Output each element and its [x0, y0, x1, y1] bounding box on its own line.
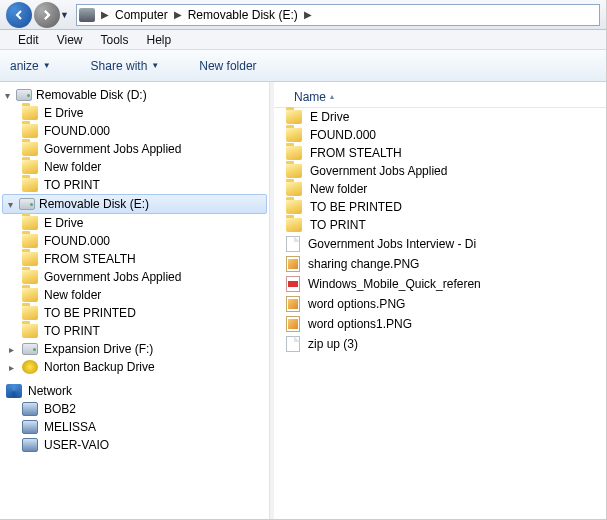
navigation-tree[interactable]: ▾ Removable Disk (D:) E Drive FOUND.000 … — [0, 82, 270, 520]
tree-item[interactable]: E Drive — [0, 104, 269, 122]
forward-button[interactable] — [34, 2, 60, 28]
file-name: Government Jobs Interview - Di — [308, 237, 476, 251]
list-row[interactable]: Windows_Mobile_Quick_referen — [274, 274, 606, 294]
pdf-icon — [286, 276, 300, 292]
list-row[interactable]: word options.PNG — [274, 294, 606, 314]
tree-item[interactable]: FOUND.000 — [0, 122, 269, 140]
collapse-icon[interactable]: ▾ — [2, 90, 12, 101]
chevron-right-icon[interactable]: ▶ — [302, 9, 314, 20]
menu-help[interactable]: Help — [139, 31, 180, 49]
tree-label: Network — [28, 384, 72, 398]
nav-history-dropdown[interactable]: ▼ — [60, 10, 72, 20]
tree-drive-e[interactable]: ▾ Removable Disk (E:) — [2, 194, 267, 214]
back-button[interactable] — [6, 2, 32, 28]
tree-drive-d[interactable]: ▾ Removable Disk (D:) — [0, 86, 269, 104]
menu-view[interactable]: View — [49, 31, 91, 49]
expand-icon[interactable]: ▸ — [6, 362, 16, 373]
sort-asc-icon: ▴ — [330, 92, 334, 101]
tree-label: FOUND.000 — [44, 124, 110, 138]
collapse-icon[interactable]: ▾ — [5, 199, 15, 210]
splitter[interactable] — [270, 82, 274, 520]
folder-icon — [22, 324, 38, 338]
tree-item[interactable]: USER-VAIO — [0, 436, 269, 454]
tree-item[interactable]: New folder — [0, 158, 269, 176]
folder-icon — [22, 106, 38, 120]
file-name: sharing change.PNG — [308, 257, 419, 271]
list-row[interactable]: FOUND.000 — [274, 126, 606, 144]
organize-button[interactable]: anize ▼ — [0, 55, 61, 77]
menu-edit[interactable]: Edit — [10, 31, 47, 49]
tree-item[interactable]: FOUND.000 — [0, 232, 269, 250]
expand-icon[interactable]: ▸ — [6, 344, 16, 355]
list-row[interactable]: E Drive — [274, 108, 606, 126]
tree-label: BOB2 — [44, 402, 76, 416]
png-icon — [286, 296, 300, 312]
folder-icon — [22, 178, 38, 192]
folder-icon — [286, 110, 302, 124]
list-row[interactable]: sharing change.PNG — [274, 254, 606, 274]
list-row[interactable]: Government Jobs Applied — [274, 162, 606, 180]
list-row[interactable]: TO PRINT — [274, 216, 606, 234]
network-icon — [6, 384, 22, 398]
menu-tools[interactable]: Tools — [92, 31, 136, 49]
tree-label: Government Jobs Applied — [44, 270, 181, 284]
folder-icon — [286, 200, 302, 214]
file-name: zip up (3) — [308, 337, 358, 351]
folder-icon — [286, 164, 302, 178]
breadcrumb-root[interactable]: Computer — [111, 8, 172, 22]
folder-icon — [22, 234, 38, 248]
folder-icon — [22, 270, 38, 284]
file-name: TO BE PRINTED — [310, 200, 402, 214]
address-box[interactable]: ▶ Computer ▶ Removable Disk (E:) ▶ — [76, 4, 600, 26]
png-icon — [286, 316, 300, 332]
tree-item[interactable]: TO BE PRINTED — [0, 304, 269, 322]
breadcrumb-segment[interactable]: Removable Disk (E:) — [184, 8, 302, 22]
tree-item[interactable]: E Drive — [0, 214, 269, 232]
new-folder-button[interactable]: New folder — [189, 55, 266, 77]
folder-icon — [22, 306, 38, 320]
file-name: E Drive — [310, 110, 349, 124]
drive-icon — [19, 198, 35, 210]
file-name: Government Jobs Applied — [310, 164, 447, 178]
doc-icon — [286, 336, 300, 352]
organize-label: anize — [10, 59, 39, 73]
tree-label: New folder — [44, 160, 101, 174]
list-row[interactable]: Government Jobs Interview - Di — [274, 234, 606, 254]
folder-icon — [286, 146, 302, 160]
doc-icon — [286, 236, 300, 252]
column-header-label: Name — [294, 90, 326, 104]
new-folder-label: New folder — [199, 59, 256, 73]
share-with-button[interactable]: Share with ▼ — [81, 55, 170, 77]
tree-item[interactable]: BOB2 — [0, 400, 269, 418]
tree-label: New folder — [44, 288, 101, 302]
chevron-right-icon[interactable]: ▶ — [172, 9, 184, 20]
tree-label: Norton Backup Drive — [44, 360, 155, 374]
tree-item[interactable]: Government Jobs Applied — [0, 140, 269, 158]
tree-item[interactable]: MELISSA — [0, 418, 269, 436]
folder-icon — [22, 160, 38, 174]
tree-item[interactable]: TO PRINT — [0, 322, 269, 340]
norton-icon — [22, 360, 38, 374]
tree-item[interactable]: Government Jobs Applied — [0, 268, 269, 286]
tree-drive-f[interactable]: ▸ Expansion Drive (F:) — [0, 340, 269, 358]
tree-item[interactable]: FROM STEALTH — [0, 250, 269, 268]
tree-label: Removable Disk (D:) — [36, 88, 147, 102]
file-name: word options1.PNG — [308, 317, 412, 331]
computer-icon — [22, 438, 38, 452]
folder-icon — [22, 142, 38, 156]
column-header-name[interactable]: Name ▴ — [286, 88, 342, 106]
chevron-right-icon[interactable]: ▶ — [99, 9, 111, 20]
list-row[interactable]: zip up (3) — [274, 334, 606, 354]
folder-icon — [286, 218, 302, 232]
tree-item[interactable]: New folder — [0, 286, 269, 304]
column-header-row: Name ▴ — [274, 86, 606, 108]
list-row[interactable]: FROM STEALTH — [274, 144, 606, 162]
list-row[interactable]: word options1.PNG — [274, 314, 606, 334]
chevron-down-icon: ▼ — [151, 61, 159, 70]
list-row[interactable]: TO BE PRINTED — [274, 198, 606, 216]
tree-norton[interactable]: ▸ Norton Backup Drive — [0, 358, 269, 376]
tree-item[interactable]: TO PRINT — [0, 176, 269, 194]
list-row[interactable]: New folder — [274, 180, 606, 198]
tree-network[interactable]: Network — [0, 382, 269, 400]
folder-icon — [286, 128, 302, 142]
